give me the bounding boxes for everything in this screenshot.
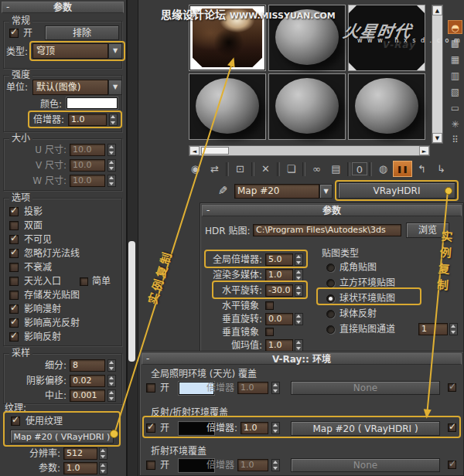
command-panel-scrollbar-track[interactable] [127,0,138,476]
reflection-multiplier-spinner[interactable] [271,422,280,434]
resolution-field[interactable]: 512 [63,447,97,460]
refraction-multiplier-field[interactable]: 1.0 [237,459,268,471]
ignore-light-normals-checkbox[interactable] [9,249,19,258]
map-name-field[interactable]: Map #20 [234,184,319,199]
affect-diffuse-checkbox[interactable] [9,304,19,314]
vertical-flip-checkbox[interactable] [265,328,274,336]
multiplier-field[interactable]: 1.0 [68,114,107,126]
double-sided-checkbox[interactable] [9,221,19,230]
rollout-header-environment[interactable]: - V-Ray:: 环境 [142,353,462,365]
affect-specular-checkbox[interactable] [9,318,19,328]
subdivs-field[interactable]: 8 [70,359,105,372]
store-with-irradiance-map-checkbox[interactable] [9,291,19,300]
reflection-multiplier-field[interactable]: 1.0 [241,422,268,434]
direct-map-channel-spinner[interactable] [449,323,458,335]
material-id-channel-icon[interactable]: 0 [352,162,367,175]
refraction-environment-map-button[interactable]: None [291,458,440,472]
render-multiplier-field[interactable]: 1.0 [265,269,293,281]
use-texture-checkbox[interactable] [11,416,20,426]
simple-checkbox[interactable] [80,277,88,286]
cubic-environment-radio[interactable] [326,279,335,287]
gi-environment-on-checkbox[interactable] [146,383,155,393]
gi-multiplier-spinner[interactable] [271,382,280,394]
multiplier-spinner[interactable] [109,114,118,126]
eyedropper-icon[interactable]: ✎ [218,184,228,198]
reflection-environment-map-button[interactable]: Map #20 ( VRayHDRI ) [291,421,440,436]
u-size-spinner[interactable] [107,144,116,156]
w-size-spinner[interactable] [107,175,116,187]
collapse-minus[interactable]: - [206,205,210,216]
material-map-navigator-icon[interactable]: ⠿ [448,133,462,147]
gi-environment-map-button[interactable]: None [291,381,440,395]
subdivs-spinner[interactable] [107,359,116,372]
mirror-ball-radio[interactable] [326,310,335,318]
material-slot-5[interactable] [268,73,346,140]
invisible-checkbox[interactable] [9,235,19,244]
angular-map-radio[interactable] [326,264,335,272]
refraction-environment-map-enable-checkbox[interactable] [448,461,456,469]
material-slot-4[interactable] [189,73,266,140]
chevron-down-icon[interactable]: ▼ [108,43,122,59]
scroll-left-arrow[interactable]: ◄ [189,146,200,155]
u-size-field[interactable]: 10.0 [70,144,105,156]
parameter-field[interactable]: 1.0 [63,462,97,474]
shadow-bias-spinner[interactable] [107,375,116,387]
light-on-checkbox[interactable] [9,29,19,38]
scroll-down-arrow[interactable]: ▼ [432,133,442,143]
render-multiplier-spinner[interactable] [295,269,303,281]
type-dropdown[interactable]: 穹顶 ▼ [32,43,122,59]
options-icon[interactable]: ✳ [448,117,462,131]
show-end-result-icon[interactable]: ❚❚ [393,161,412,177]
direct-map-channel-radio[interactable] [326,325,335,334]
scroll-up-arrow[interactable]: ▲ [432,5,442,15]
cutoff-spinner[interactable] [107,389,116,402]
gi-environment-map-enable-checkbox[interactable] [448,383,456,392]
make-unique-icon[interactable]: ∞ [307,161,326,177]
vertical-rotation-field[interactable]: 0.0 [265,313,293,325]
gamma-field[interactable]: 1.0 [265,339,293,352]
shadow-bias-field[interactable]: 0.02 [70,375,105,387]
v-size-spinner[interactable] [107,159,116,172]
parameter-spinner[interactable] [99,462,107,474]
command-panel-scrollbar-thumb[interactable] [128,241,135,362]
slots-vertical-scrollbar[interactable]: ▲ ▼ [432,5,443,144]
gi-multiplier-field[interactable]: 1.0 [237,382,268,394]
background-icon[interactable]: ▦ [448,53,462,66]
go-to-parent-icon[interactable]: ↰ [412,161,432,177]
cutoff-field[interactable]: 0.001 [70,389,105,402]
show-map-in-viewport-icon[interactable]: ◍ [374,161,393,177]
skylight-portal-checkbox[interactable] [9,277,19,286]
assign-material-to-selection-icon[interactable]: ⊡ [230,161,250,177]
v-size-field[interactable]: 10.0 [70,159,105,172]
reflection-environment-map-enable-checkbox[interactable] [448,423,456,432]
chevron-down-icon[interactable]: ▼ [108,80,122,95]
gamma-spinner[interactable] [295,339,303,352]
make-material-copy-icon[interactable]: ❏ [281,161,301,177]
resolution-spinner[interactable] [99,447,107,460]
hdr-map-path-field[interactable]: C:\Program Files\Autodesk\3ds Max 2 [253,224,401,236]
horizontal-rotation-field[interactable]: -30.0 [265,284,293,297]
map-name-dropdown-button[interactable]: ▼ [319,184,333,199]
horizontal-flip-checkbox[interactable] [265,301,274,310]
make-preview-icon[interactable]: ▭ [448,101,462,115]
collapse-minus[interactable]: - [146,353,149,365]
material-slot-6[interactable] [348,73,425,140]
horizontal-rotation-spinner[interactable] [295,284,303,297]
affect-reflections-checkbox[interactable] [9,332,19,342]
reflection-environment-on-checkbox[interactable] [146,423,155,433]
put-to-library-icon[interactable]: ▤ [326,161,346,177]
scroll-right-arrow[interactable]: ► [419,146,429,155]
collapse-minus[interactable]: - [6,2,9,13]
sample-type-icon[interactable]: ◓ [448,20,462,34]
refraction-environment-on-checkbox[interactable] [146,461,155,470]
map-type-button-vrayhdri[interactable]: VRayHDRI [338,182,455,199]
color-swatch[interactable] [67,97,118,109]
spherical-environment-radio[interactable] [326,294,335,303]
put-material-to-scene-icon[interactable]: ⇄ [205,161,224,177]
cast-shadows-checkbox[interactable] [9,207,19,216]
go-forward-to-sibling-icon[interactable]: ↳ [432,161,451,177]
w-size-field[interactable]: 10.0 [70,175,105,187]
vertical-rotation-spinner[interactable] [295,313,303,325]
no-decay-checkbox[interactable] [9,263,19,272]
rollout-header-parameters[interactable]: - 参数 [2,2,124,13]
